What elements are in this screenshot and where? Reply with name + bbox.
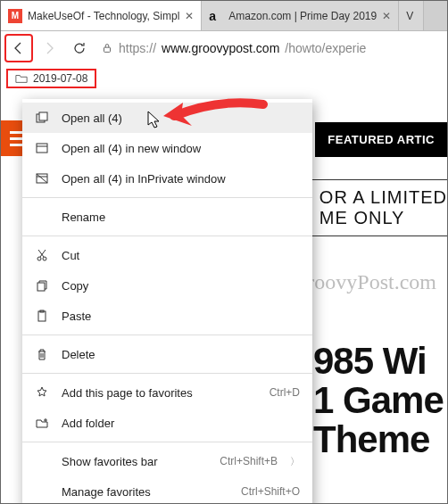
nav-featured[interactable]: FEATURED ARTIC — [315, 122, 447, 157]
cut-icon — [35, 248, 49, 262]
favicon-icon: M — [8, 9, 22, 23]
url-host: www.groovypost.com — [162, 41, 279, 55]
ctx-open-all-new-window[interactable]: Open all (4) in new window — [22, 133, 312, 163]
tab-title: Amazon.com | Prime Day 2019 — [228, 10, 377, 22]
ctx-label: Show favorites bar — [62, 455, 207, 468]
context-menu: Open all (4) Open all (4) in new window … — [22, 99, 312, 504]
svg-rect-8 — [37, 283, 45, 291]
url-path: /howto/experie — [285, 41, 366, 55]
ctx-add-folder[interactable]: Add folder — [22, 408, 312, 438]
chevron-right-icon: 〉 — [290, 455, 300, 468]
refresh-button[interactable] — [67, 36, 92, 61]
tab-overflow[interactable]: V — [399, 1, 424, 30]
lock-icon — [101, 42, 113, 54]
favorites-bar: 2019-07-08 — [1, 65, 447, 92]
ctx-label: Paste — [62, 310, 300, 323]
headline-line: 1 Game — [313, 381, 447, 420]
tab-strip: M MakeUseOf - Technology, Simpl ✕ a Amaz… — [1, 1, 447, 31]
ctx-label: Delete — [62, 348, 300, 361]
ctx-show-favorites-bar[interactable]: Show favorites bar Ctrl+Shift+B 〉 — [22, 446, 312, 476]
ctx-open-all[interactable]: Open all (4) — [22, 103, 312, 133]
inprivate-icon — [35, 171, 49, 186]
ctx-delete[interactable]: Delete — [22, 339, 312, 369]
headline-line: 985 Wi — [313, 342, 447, 381]
watermark: groovyPost.com — [296, 270, 436, 294]
ctx-shortcut: Ctrl+D — [270, 386, 300, 399]
ctx-label: Open all (4) in InPrivate window — [62, 172, 300, 186]
promo-line: ME ONLY — [319, 208, 447, 228]
ctx-label: Open all (4) in new window — [62, 142, 300, 155]
svg-point-7 — [43, 257, 46, 260]
ctx-label: Add this page to favorites — [62, 386, 257, 400]
svg-rect-3 — [37, 144, 47, 153]
separator — [22, 442, 312, 442]
close-icon[interactable]: ✕ — [185, 10, 194, 22]
ctx-manage-favorites[interactable]: Manage favorites Ctrl+Shift+O — [22, 476, 312, 504]
headline: 985 Wi 1 Game Theme — [313, 342, 447, 459]
ctx-label: Manage favorites — [62, 485, 228, 499]
tab-makeuseof[interactable]: M MakeUseOf - Technology, Simpl ✕ — [1, 1, 202, 30]
svg-point-6 — [37, 257, 41, 260]
ctx-cut[interactable]: Cut — [22, 240, 312, 270]
separator — [22, 373, 312, 374]
ctx-add-page[interactable]: Add this page to favorites Ctrl+D — [22, 377, 312, 408]
ctx-label: Rename — [62, 211, 300, 224]
copy-icon — [35, 278, 49, 293]
svg-rect-0 — [104, 47, 111, 52]
back-button[interactable] — [6, 36, 31, 61]
ctx-rename[interactable]: Rename — [22, 202, 312, 232]
forward-button — [37, 36, 62, 61]
delete-icon — [35, 347, 49, 361]
url-field[interactable]: https://www.groovypost.com/howto/experie — [97, 41, 442, 55]
separator — [22, 335, 312, 335]
close-icon[interactable]: ✕ — [382, 10, 391, 22]
ctx-shortcut: Ctrl+Shift+B — [220, 455, 278, 467]
tab-amazon[interactable]: a Amazon.com | Prime Day 2019 ✕ — [202, 1, 399, 30]
separator — [22, 235, 312, 236]
tab-title: V — [406, 10, 416, 22]
favorites-folder-label: 2019-07-08 — [33, 72, 87, 85]
windows-icon — [35, 111, 49, 125]
separator — [22, 197, 312, 198]
paste-icon — [35, 309, 49, 323]
headline-line: Theme — [313, 420, 447, 459]
ctx-copy[interactable]: Copy — [22, 270, 312, 301]
ctx-label: Open all (4) — [62, 112, 300, 125]
ctx-open-all-inprivate[interactable]: Open all (4) in InPrivate window — [22, 163, 312, 194]
ctx-label: Cut — [62, 249, 300, 262]
svg-rect-2 — [39, 112, 47, 120]
url-scheme: https:// — [119, 41, 156, 55]
ctx-label: Add folder — [62, 417, 300, 430]
tab-title: MakeUseOf - Technology, Simpl — [28, 10, 179, 22]
favicon-icon: a — [209, 9, 223, 23]
svg-rect-9 — [38, 311, 46, 321]
favorites-folder[interactable]: 2019-07-08 — [8, 70, 95, 87]
promo-line: OR A LIMITED — [319, 187, 447, 208]
address-bar: https://www.groovypost.com/howto/experie — [1, 31, 447, 65]
folder-icon — [15, 72, 28, 85]
folder-plus-icon — [35, 416, 49, 430]
star-plus-icon — [35, 385, 49, 400]
ctx-label: Copy — [62, 279, 300, 293]
ctx-paste[interactable]: Paste — [22, 301, 312, 331]
ctx-shortcut: Ctrl+Shift+O — [241, 485, 300, 498]
window-icon — [35, 141, 49, 155]
promo-banner: OR A LIMITED ME ONLY — [302, 179, 447, 236]
